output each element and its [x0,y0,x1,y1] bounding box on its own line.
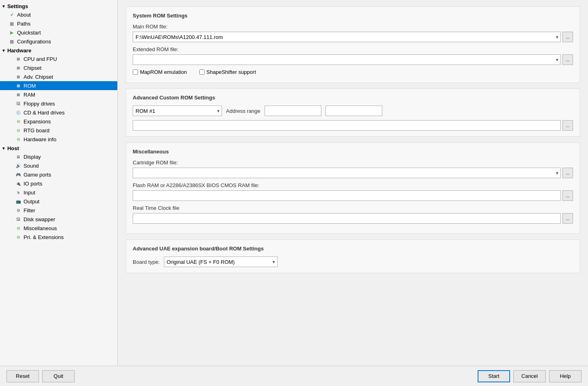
arrow-settings: ▼ [2,4,6,9]
input-icon: 🖱 [15,189,22,196]
sidebar-label-rtg: RTG board [24,127,50,134]
sidebar-label-filter: Filter [24,207,35,213]
cpu-icon: ▦ [15,55,22,63]
cartridge-browse-btn[interactable]: ... [562,168,573,178]
extended-rom-combo-wrapper: ▼ [133,54,561,65]
sidebar-label-cd: CD & Hard drives [24,110,65,116]
start-button[interactable]: Start [478,370,510,382]
help-button[interactable]: Help [549,370,582,382]
sidebar-item-cd-hard-drives[interactable]: 💿 CD & Hard drives [0,108,117,117]
arrow-host: ▼ [2,146,6,151]
adv-chipset-icon: ▦ [15,73,22,80]
shapeshifter-label: ShapeShifter support [207,69,256,75]
shapeshifter-checkbox[interactable] [199,69,205,75]
sidebar-item-cpu-fpu[interactable]: ▦ CPU and FPU [0,54,117,63]
chipset-icon: ▦ [15,64,22,71]
rom-icon: ▦ [15,82,22,89]
configurations-icon: ▦ [8,38,15,45]
addr-range-label: Address range [226,108,261,114]
cartridge-select[interactable] [133,168,561,178]
maprom-label: MapROM emulation [140,69,187,75]
sidebar-item-ram[interactable]: ▦ RAM [0,90,117,99]
sidebar-item-display[interactable]: 🖥 Display [0,152,117,161]
misc-title: Miscellaneous [133,149,573,155]
sidebar-label-misc: Miscellaneous [24,225,57,231]
cartridge-row: ▼ ... [133,168,573,178]
flash-ram-input[interactable] [133,190,561,201]
quit-button[interactable]: Quit [42,370,75,382]
output-icon: 📺 [15,198,22,205]
pri-ext-icon: ⚙ [15,233,22,241]
about-icon: ✔ [8,11,15,18]
sidebar-item-expansions[interactable]: ⚙ Expansions [0,117,117,126]
sidebar-item-rtg-board[interactable]: ⚙ RTG board [0,126,117,135]
adv-rom-select[interactable]: ROM #1 ROM #2 ROM #3 [133,106,222,116]
reset-button[interactable]: Reset [6,370,39,382]
sidebar-label-rom: ROM [24,83,36,89]
extended-rom-browse-btn[interactable]: ... [562,54,573,65]
sidebar-label-cpu-fpu: CPU and FPU [24,56,57,62]
adv-rom-browse-btn[interactable]: ... [562,120,573,131]
main-rom-browse-btn[interactable]: ... [562,32,573,42]
sidebar-item-pri-extensions[interactable]: ⚙ Pri. & Extensions [0,233,117,242]
addr-input-1[interactable] [265,106,321,116]
maprom-checkbox-item[interactable]: MapROM emulation [133,69,187,75]
sidebar-item-game-ports[interactable]: 🎮 Game ports [0,170,117,179]
sidebar-item-input[interactable]: 🖱 Input [0,188,117,197]
main-rom-row: F:\WinUAE\ROMs\A1200.47.111.rom ▼ ... [133,32,573,42]
sidebar-item-chipset[interactable]: ▦ Chipset [0,63,117,72]
sidebar-section-host[interactable]: ▼ Host [0,144,117,152]
sidebar-label-io-ports: IO ports [24,181,42,187]
adv-rom-file-input[interactable] [133,120,561,131]
sidebar-label-paths: Paths [17,21,30,27]
flash-ram-browse-btn[interactable]: ... [562,190,573,201]
sidebar-item-paths[interactable]: ▦ Paths [0,19,117,28]
sidebar-label-chipset: Chipset [24,65,41,71]
rtc-browse-btn[interactable]: ... [562,213,573,224]
sidebar-item-output[interactable]: 📺 Output [0,197,117,206]
cartridge-combo-wrapper: ▼ [133,168,561,178]
addr-input-2[interactable] [325,106,382,116]
sidebar-item-filter[interactable]: ⚙ Filter [0,206,117,215]
rtc-row: ... [133,213,573,224]
content-area: System ROM Settings Main ROM file: F:\Wi… [118,0,588,366]
sidebar: ▼ Settings ✔ About ▦ Paths ▶ Quickstart … [0,0,118,366]
sidebar-item-io-ports[interactable]: 🔌 IO ports [0,179,117,188]
sidebar-item-hardware-info[interactable]: ⚙ Hardware info [0,135,117,144]
rom-checkboxes: MapROM emulation ShapeShifter support [133,69,573,75]
rtc-input[interactable] [133,213,561,224]
rtc-label: Real Time Clock file [133,205,573,211]
sidebar-section-hardware[interactable]: ▼ Hardware [0,46,117,54]
cancel-button[interactable]: Cancel [513,370,546,382]
disk-swapper-icon: 🖫 [15,216,22,223]
sidebar-label-ram: RAM [24,92,35,98]
hardware-info-icon: ⚙ [15,136,22,143]
sidebar-item-quickstart[interactable]: ▶ Quickstart [0,28,117,37]
sidebar-section-settings[interactable]: ▼ Settings [0,2,117,10]
adv-uae-section: Advanced UAE expansion board/Boot ROM Se… [126,239,580,273]
board-type-select[interactable]: Original UAE (FS + F0 ROM) UAE (F0 ROM o… [164,257,278,267]
sidebar-hardware-label: Hardware [7,47,31,54]
sidebar-item-about[interactable]: ✔ About [0,10,117,19]
sidebar-item-configurations[interactable]: ▦ Configurations [0,37,117,46]
sidebar-item-sound[interactable]: 🔊 Sound [0,161,117,170]
sidebar-item-floppy-drives[interactable]: 🖫 Floppy drives [0,99,117,108]
main-rom-select[interactable]: F:\WinUAE\ROMs\A1200.47.111.rom [133,32,561,42]
filter-icon: ⚙ [15,207,22,214]
extended-rom-label: Extended ROM file: [133,46,573,52]
adv-uae-title: Advanced UAE expansion board/Boot ROM Se… [133,246,573,252]
shapeshifter-checkbox-item[interactable]: ShapeShifter support [199,69,256,75]
extended-rom-select[interactable] [133,54,561,65]
main-rom-combo-wrapper: F:\WinUAE\ROMs\A1200.47.111.rom ▼ [133,32,561,42]
sidebar-item-rom[interactable]: ▦ ROM [0,81,117,90]
floppy-icon: 🖫 [15,100,22,107]
sidebar-item-disk-swapper[interactable]: 🖫 Disk swapper [0,215,117,224]
system-rom-title: System ROM Settings [133,13,573,19]
main-rom-label: Main ROM file: [133,24,573,30]
maprom-checkbox[interactable] [133,69,138,75]
sidebar-item-adv-chipset[interactable]: ▦ Adv. Chipset [0,72,117,81]
extended-rom-row: ▼ ... [133,54,573,65]
sidebar-item-miscellaneous[interactable]: ⚙ Miscellaneous [0,224,117,233]
board-type-select-wrapper: Original UAE (FS + F0 ROM) UAE (F0 ROM o… [164,257,278,267]
io-ports-icon: 🔌 [15,180,22,187]
